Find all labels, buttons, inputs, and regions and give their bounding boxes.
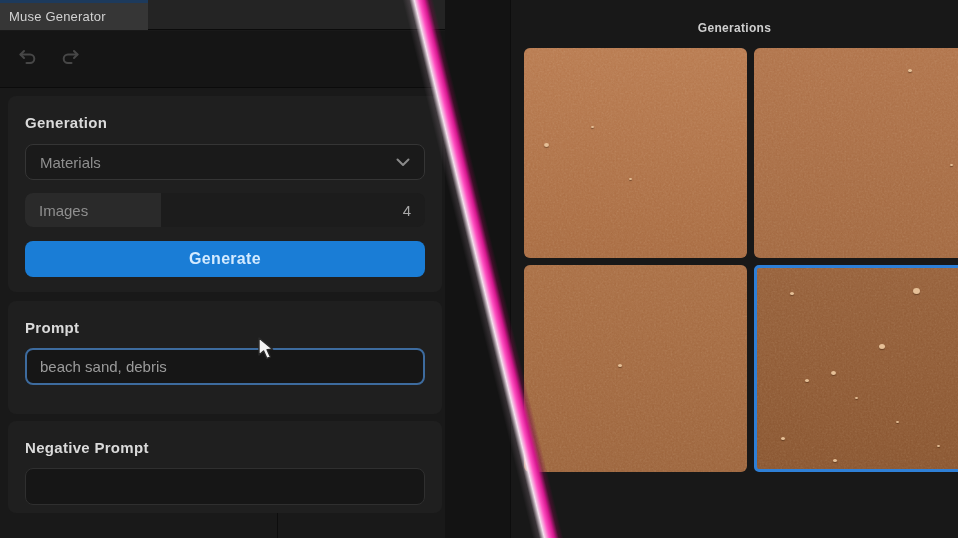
debris-speck: [855, 397, 858, 399]
muse-generator-panel: Muse Generator Generation Materials: [0, 0, 445, 538]
tab-muse-generator[interactable]: Muse Generator: [0, 0, 148, 30]
generations-title: Generations: [511, 21, 958, 35]
debris-speck: [629, 178, 632, 180]
debris-speck: [937, 445, 940, 447]
texture-noise: [757, 268, 958, 469]
texture-noise: [524, 48, 747, 258]
generate-button[interactable]: Generate: [25, 241, 425, 277]
texture-noise: [754, 48, 958, 258]
debris-speck: [805, 379, 809, 382]
redo-icon: [59, 46, 81, 72]
prompt-section: Prompt: [8, 301, 442, 414]
debris-speck: [781, 437, 785, 440]
tab-title: Muse Generator: [9, 9, 106, 24]
debris-speck: [591, 126, 594, 128]
generation-section: Generation Materials Images 4 Generate: [8, 96, 442, 292]
debris-speck: [790, 292, 794, 295]
debris-speck: [544, 143, 549, 147]
panel-divider-tick: [277, 513, 278, 538]
chevron-down-icon: [396, 153, 410, 171]
negative-prompt-input[interactable]: [25, 468, 425, 505]
generation-type-dropdown[interactable]: Materials: [25, 144, 425, 180]
prompt-input[interactable]: [25, 348, 425, 385]
right-pane: Generations: [445, 0, 958, 538]
debris-speck: [833, 459, 837, 462]
debris-speck: [908, 69, 912, 72]
generation-tile-generation-1[interactable]: [524, 48, 747, 258]
debris-speck: [618, 364, 622, 367]
texture-noise: [524, 265, 747, 472]
undo-button[interactable]: [16, 47, 40, 71]
generation-tile-generation-4-selected[interactable]: [754, 265, 958, 472]
toolbar: [0, 31, 445, 88]
prompt-section-label: Prompt: [25, 319, 425, 336]
debris-speck: [896, 421, 899, 423]
generations-grid: [524, 48, 958, 472]
generations-panel: Generations: [510, 0, 958, 538]
negative-prompt-section-label: Negative Prompt: [25, 439, 425, 456]
debris-speck: [879, 344, 885, 349]
generation-tile-generation-3[interactable]: [524, 265, 747, 472]
debris-speck: [913, 288, 920, 294]
generation-tile-generation-2[interactable]: [754, 48, 958, 258]
debris-speck: [831, 371, 836, 375]
images-label: Images: [39, 202, 88, 219]
generation-section-label: Generation: [25, 114, 425, 131]
debris-speck: [950, 164, 953, 166]
images-value: 4: [403, 202, 411, 219]
images-count-field[interactable]: Images 4: [25, 193, 425, 227]
negative-prompt-section: Negative Prompt: [8, 421, 442, 513]
tab-strip: Muse Generator: [0, 0, 445, 30]
redo-button[interactable]: [58, 47, 82, 71]
generation-type-value: Materials: [40, 154, 101, 171]
undo-icon: [17, 46, 39, 72]
